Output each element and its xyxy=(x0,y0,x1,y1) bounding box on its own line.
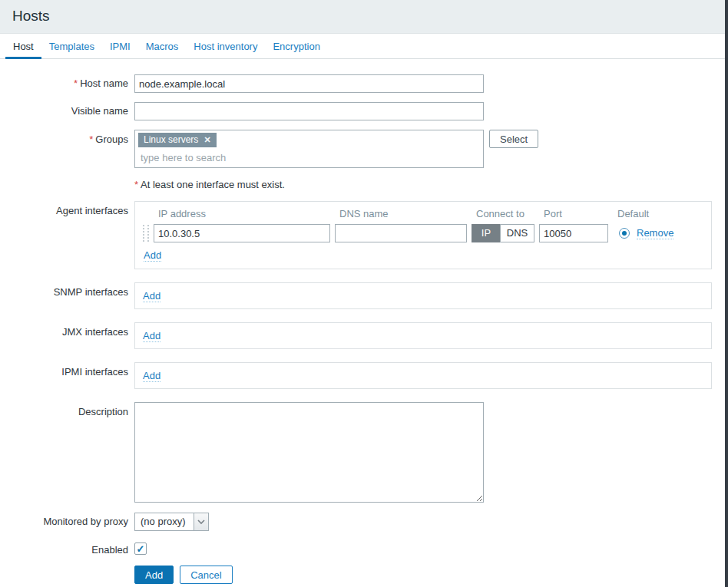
default-cell: Remove xyxy=(619,227,673,239)
snmp-interfaces-label: SNMP interfaces xyxy=(0,282,134,309)
group-chip: Linux servers xyxy=(138,133,217,147)
visible-name-label: Visible name xyxy=(0,102,134,120)
host-name-label: *Host name xyxy=(0,74,134,93)
interface-port-input[interactable] xyxy=(539,224,608,242)
connect-to-toggle: IP DNS xyxy=(472,224,534,242)
required-mark: * xyxy=(74,77,78,89)
proxy-label: Monitored by proxy xyxy=(0,513,134,531)
visible-name-input[interactable] xyxy=(134,102,484,120)
interface-ip-input[interactable] xyxy=(154,224,330,242)
description-textarea[interactable] xyxy=(134,402,484,503)
agent-interfaces-label: Agent interfaces xyxy=(0,201,134,269)
group-chip-label: Linux servers xyxy=(144,135,198,145)
interface-note-row: *At least one interface must exist. xyxy=(0,177,728,190)
groups-label: *Groups xyxy=(0,130,134,168)
required-mark: * xyxy=(89,134,93,145)
interface-note: *At least one interface must exist. xyxy=(134,177,285,190)
snmp-interfaces-box: Add xyxy=(134,282,712,309)
groups-select-button[interactable]: Select xyxy=(489,130,538,148)
connect-ip-option[interactable]: IP xyxy=(472,224,501,242)
ipmi-interfaces-label: IPMI interfaces xyxy=(0,362,134,389)
snmp-interfaces-row: SNMP interfaces Add xyxy=(0,282,728,309)
remove-interface-link[interactable]: Remove xyxy=(637,227,673,239)
proxy-row: Monitored by proxy (no proxy) xyxy=(0,513,728,531)
column-default: Default xyxy=(613,208,649,219)
cancel-button[interactable]: Cancel xyxy=(180,566,232,584)
enabled-label: Enabled xyxy=(0,541,134,556)
tab-templates[interactable]: Templates xyxy=(41,34,102,59)
tab-ipmi[interactable]: IPMI xyxy=(102,34,138,59)
description-label: Description xyxy=(0,402,134,503)
add-agent-interface-link[interactable]: Add xyxy=(144,249,161,262)
agent-interfaces-box: IP address DNS name Connect to Port Defa… xyxy=(134,201,712,269)
page-header: Hosts xyxy=(0,0,728,34)
actions-row: Add Cancel xyxy=(0,566,728,584)
tab-host[interactable]: Host xyxy=(5,34,41,59)
tab-host-inventory[interactable]: Host inventory xyxy=(186,34,265,59)
default-radio[interactable] xyxy=(619,228,630,239)
enabled-checkbox[interactable] xyxy=(134,542,147,555)
host-name-input[interactable] xyxy=(134,74,484,93)
column-dns-name: DNS name xyxy=(335,208,467,219)
visible-name-row: Visible name xyxy=(0,102,728,120)
page-edge-strip xyxy=(725,0,728,587)
add-jmx-interface-link[interactable]: Add xyxy=(143,330,160,342)
ipmi-interfaces-row: IPMI interfaces Add xyxy=(0,362,728,389)
column-port: Port xyxy=(539,208,608,219)
drag-handle-icon[interactable] xyxy=(143,225,149,242)
add-snmp-interface-link[interactable]: Add xyxy=(143,290,160,302)
agent-interfaces-header: IP address DNS name Connect to Port Defa… xyxy=(143,208,703,219)
add-button[interactable]: Add xyxy=(134,566,174,584)
host-form: *Host name Visible name *Groups Linux se… xyxy=(0,59,728,587)
tab-bar: Host Templates IPMI Macros Host inventor… xyxy=(0,34,728,59)
groups-multiselect[interactable]: Linux servers xyxy=(134,130,484,168)
proxy-select[interactable]: (no proxy) xyxy=(134,513,209,531)
proxy-selected-value: (no proxy) xyxy=(135,513,194,530)
enabled-row: Enabled xyxy=(0,541,728,556)
groups-search-input[interactable] xyxy=(138,150,466,165)
agent-interface-row: IP DNS Remove xyxy=(143,224,703,242)
interface-dns-input[interactable] xyxy=(335,224,467,242)
ipmi-interfaces-box: Add xyxy=(134,362,712,389)
add-ipmi-interface-link[interactable]: Add xyxy=(143,370,160,382)
tab-macros[interactable]: Macros xyxy=(138,34,187,59)
page-title: Hosts xyxy=(12,8,716,25)
column-connect-to: Connect to xyxy=(472,208,534,219)
chip-remove-icon[interactable] xyxy=(204,136,210,144)
description-row: Description xyxy=(0,402,728,503)
jmx-interfaces-row: JMX interfaces Add xyxy=(0,322,728,349)
agent-interfaces-row: Agent interfaces IP address DNS name Con… xyxy=(0,201,728,269)
groups-row: *Groups Linux servers Select xyxy=(0,130,728,168)
jmx-interfaces-box: Add xyxy=(134,322,712,349)
chevron-down-icon xyxy=(194,513,208,530)
tab-encryption[interactable]: Encryption xyxy=(265,34,327,59)
jmx-interfaces-label: JMX interfaces xyxy=(0,322,134,349)
host-name-row: *Host name xyxy=(0,74,728,93)
column-ip-address: IP address xyxy=(154,208,330,219)
connect-dns-option[interactable]: DNS xyxy=(500,224,534,242)
required-mark: * xyxy=(134,179,138,190)
